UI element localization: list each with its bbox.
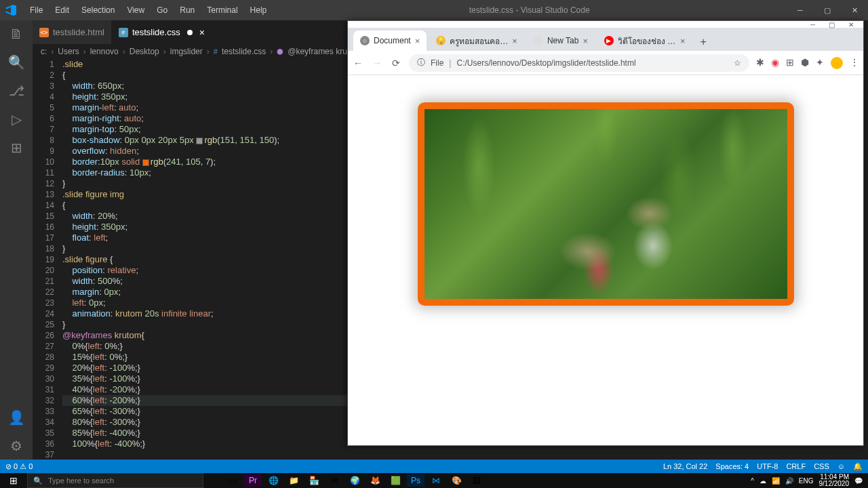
status-problems[interactable]: ⊘ 0 ⚠ 0 — [5, 462, 33, 471]
app-icon[interactable]: Ps — [407, 474, 425, 487]
tray-notif-icon[interactable]: 💬 — [854, 477, 863, 485]
tray-volume-icon[interactable]: 🔊 — [785, 477, 793, 485]
app-icon[interactable]: 🌐 — [264, 474, 282, 487]
status-lncol[interactable]: Ln 32, Col 22 — [663, 462, 707, 471]
gear-icon[interactable]: ⚙ — [8, 438, 24, 454]
start-button[interactable]: ⊞ — [0, 475, 27, 486]
vscode-logo-icon — [5, 5, 16, 16]
status-bell-icon[interactable]: 🔔 — [853, 462, 863, 471]
tab-testslide-css[interactable]: # testslide.css × — [112, 20, 212, 44]
debug-icon[interactable]: ▷ — [8, 111, 24, 127]
app-icon[interactable]: 🎨 — [448, 474, 465, 487]
status-eol[interactable]: CRLF — [786, 462, 806, 471]
tab-testslide-html[interactable]: <> testslide.html — [33, 20, 112, 44]
browser-tabs: ○ Document × 💡 ครูทอมสอนคอมพิวเตอร์ × Ne… — [348, 28, 863, 51]
menu-edit[interactable]: Edit — [50, 3, 75, 18]
tab-label: testslide.css — [132, 27, 180, 37]
taskview-icon[interactable]: ▭ — [224, 474, 241, 487]
puzzle-icon[interactable]: ✦ — [816, 57, 824, 69]
browser-minimize-icon[interactable]: ─ — [810, 21, 815, 28]
address-bar[interactable]: ⓘ File | C:/Users/lennovo/Desktop/imgsli… — [409, 54, 749, 72]
tab-close-icon[interactable]: × — [199, 27, 205, 38]
back-icon[interactable]: ← — [352, 58, 364, 68]
browser-tab[interactable]: ○ Document × — [353, 30, 427, 51]
menu-view[interactable]: View — [121, 3, 150, 18]
ext-icon[interactable]: ⊞ — [786, 57, 794, 69]
browser-close-icon[interactable]: ✕ — [848, 21, 854, 28]
browser-maximize-icon[interactable]: ▢ — [829, 21, 835, 28]
menu-selection[interactable]: Selection — [76, 3, 120, 18]
status-spaces[interactable]: Spaces: 4 — [715, 462, 749, 471]
editor-tabs: <> testslide.html # testslide.css × — [33, 20, 212, 44]
taskbar-search[interactable]: 🔍 Type here to search — [27, 473, 203, 488]
browser-tab-label: Document — [374, 36, 411, 45]
slider-image — [425, 109, 787, 299]
tab-close-icon[interactable]: × — [583, 36, 588, 46]
account-icon[interactable]: 👤 — [8, 409, 24, 426]
app-icon[interactable]: 🖼 — [468, 474, 486, 487]
app-icon[interactable]: ⋈ — [427, 474, 445, 487]
status-enc[interactable]: UTF-8 — [757, 462, 778, 471]
new-tab-button[interactable]: + — [695, 33, 712, 51]
forward-icon[interactable]: → — [371, 58, 383, 68]
app-icon[interactable]: 🟩 — [387, 474, 404, 487]
browser-tab[interactable]: New Tab × — [527, 30, 595, 51]
app-icon[interactable]: 🌍 — [346, 474, 363, 487]
menu-file[interactable]: File — [24, 3, 48, 18]
ext-icon[interactable]: ◉ — [771, 57, 779, 69]
tab-close-icon[interactable]: × — [512, 36, 517, 46]
url-prefix: File — [431, 58, 443, 68]
titlebar: File Edit Selection View Go Run Terminal… — [0, 0, 868, 20]
avatar-icon[interactable] — [831, 57, 843, 69]
breadcrumb[interactable]: c:› Users› lennovo› Desktop› imgslider› … — [33, 44, 361, 59]
status-feedback[interactable]: ☺ — [837, 462, 845, 471]
tray-lang[interactable]: ENG — [799, 477, 814, 485]
breadcrumb-seg[interactable]: c: — [41, 47, 47, 56]
explorer-icon[interactable]: 🗎 — [8, 26, 24, 42]
app-icon[interactable]: 🏪 — [305, 474, 323, 487]
browser-tab[interactable]: 💡 ครูทอมสอนคอมพิวเตอร์ × — [429, 30, 524, 51]
app-icon[interactable]: 🦊 — [366, 474, 384, 487]
ext-icon[interactable]: ✱ — [756, 57, 764, 69]
app-icon[interactable]: Pr — [244, 474, 262, 487]
breadcrumb-seg[interactable]: Desktop — [130, 47, 159, 56]
menu-go[interactable]: Go — [151, 3, 173, 18]
image-slider — [418, 102, 794, 306]
breadcrumb-seg[interactable]: lennovo — [90, 47, 119, 56]
tray-cloud-icon[interactable]: ☁ — [760, 477, 766, 485]
tab-label: testslide.html — [53, 27, 104, 37]
tab-close-icon[interactable]: × — [415, 36, 420, 46]
ext-icon[interactable]: ⬢ — [801, 57, 809, 69]
kebab-icon[interactable]: ⋮ — [850, 57, 859, 69]
menu-help[interactable]: Help — [245, 3, 273, 18]
tray-date[interactable]: 9/12/2020 — [819, 481, 850, 487]
youtube-icon: ▶ — [604, 36, 614, 45]
reload-icon[interactable]: ⟳ — [390, 58, 402, 68]
app-icon[interactable]: ✉ — [326, 474, 343, 487]
code-content[interactable]: .slide{ width: 650px; height: 350px; mar… — [62, 59, 347, 449]
menu-terminal[interactable]: Terminal — [201, 3, 243, 18]
css-file-icon: # — [214, 47, 218, 56]
breadcrumb-seg[interactable]: testslide.css — [222, 47, 266, 56]
close-icon[interactable]: ✕ — [841, 6, 868, 15]
info-icon[interactable]: ⓘ — [417, 57, 425, 68]
minimize-icon[interactable]: ─ — [787, 6, 814, 15]
menu-run[interactable]: Run — [174, 3, 200, 18]
breadcrumb-seg[interactable]: imgslider — [170, 47, 203, 56]
star-icon[interactable]: ☆ — [734, 58, 741, 68]
activity-bar: 🗎 🔍 ⎇ ▷ ⊞ 👤 ⚙ — [0, 20, 33, 460]
app-icon[interactable]: 📁 — [285, 474, 302, 487]
tray-chevron-icon[interactable]: ^ — [751, 477, 754, 485]
window-title: testslide.css - Visual Studio Code — [272, 5, 787, 15]
breadcrumb-seg[interactable]: Users — [58, 47, 79, 56]
status-lang[interactable]: CSS — [814, 462, 829, 471]
tab-close-icon[interactable]: × — [680, 36, 686, 46]
browser-tab-label: New Tab — [547, 36, 578, 45]
browser-tab-label: ครูทอมสอนคอมพิวเตอร์ — [450, 35, 508, 47]
search-icon[interactable]: 🔍 — [8, 54, 24, 70]
scm-icon[interactable]: ⎇ — [8, 83, 24, 99]
tray-wifi-icon[interactable]: 📶 — [772, 477, 780, 485]
extensions-icon[interactable]: ⊞ — [8, 140, 24, 156]
browser-tab[interactable]: ▶ วิดีโอของช่อง - YouTu × — [597, 30, 692, 51]
maximize-icon[interactable]: ▢ — [814, 6, 841, 15]
